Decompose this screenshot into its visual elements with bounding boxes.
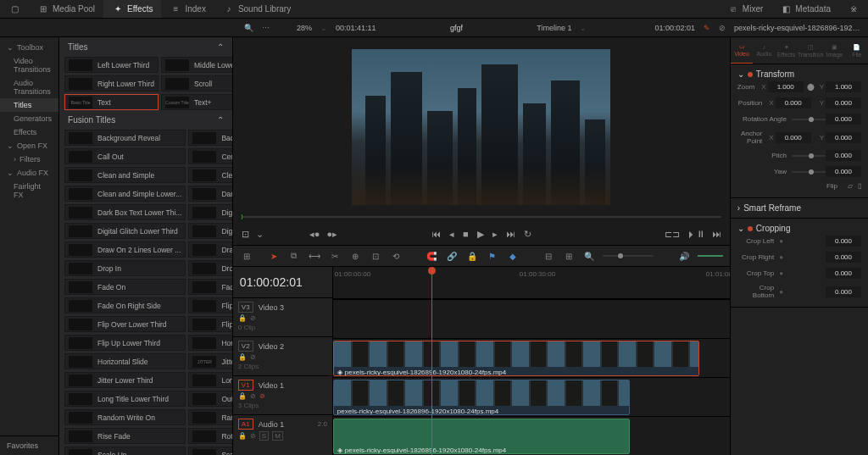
title-item[interactable]: Random Write On Lowe... xyxy=(188,409,232,425)
title-item[interactable]: Scale Up xyxy=(64,447,186,455)
marker-icon[interactable]: ◆ xyxy=(506,252,520,261)
crop-top-field[interactable]: 0.000 xyxy=(826,268,861,279)
track-header[interactable]: V2Video 2🔒⊘2 Clips xyxy=(233,336,332,375)
crop-left-field[interactable]: 0.000 xyxy=(826,236,861,247)
clip-v2[interactable]: ◈pexels-ricky-esquivel-1826896-1920x1080… xyxy=(333,341,699,376)
view2-icon[interactable]: ⊞ xyxy=(562,252,576,261)
track-tag[interactable]: V3 xyxy=(238,302,253,313)
disable-icon[interactable]: ⊘ xyxy=(250,432,256,440)
dropdown-icon[interactable]: ⌄ xyxy=(256,229,264,240)
title-item[interactable]: Left Lower Third xyxy=(64,57,159,73)
playhead[interactable] xyxy=(431,267,432,455)
overwrite-icon[interactable]: ⊡ xyxy=(369,252,382,261)
cropping-header[interactable]: Cropping xyxy=(756,224,791,233)
title-item[interactable]: Fade On xyxy=(64,279,186,295)
insp-tab-transition[interactable]: ◫Transition xyxy=(798,37,823,64)
item-video-transitions[interactable]: Video Transitions xyxy=(0,54,58,76)
insert-icon[interactable]: ⊕ xyxy=(348,252,362,261)
title-item[interactable]: Scroll xyxy=(161,75,233,92)
tab-effects[interactable]: ✦Effects xyxy=(103,0,161,18)
yaw-field[interactable]: 0.000 xyxy=(826,166,861,177)
disable-icon[interactable]: ⊘ xyxy=(250,392,256,400)
track-header[interactable]: A1Audio 12.0🔒⊘SM xyxy=(233,414,332,453)
zoom-icon[interactable]: 🔍 xyxy=(582,252,596,261)
title-item[interactable]: Dark Box Text Lower Thi... xyxy=(64,204,186,220)
zoom-y-field[interactable]: 1.000 xyxy=(826,81,861,92)
title-item[interactable]: Draw On Corners 1 Line xyxy=(188,241,232,258)
title-item[interactable]: Flip Over Lower Third xyxy=(64,316,186,332)
item-fairlight[interactable]: Fairlight FX xyxy=(0,180,58,202)
lock-icon[interactable]: 🔒 xyxy=(238,314,247,322)
pos-y-field[interactable]: 0.000 xyxy=(826,97,861,108)
transform-header[interactable]: Transform xyxy=(756,69,794,79)
first-frame-icon[interactable]: ⏮ xyxy=(431,229,441,239)
timeline-timecode[interactable]: 01:00:02:01 xyxy=(233,267,332,297)
title-item[interactable]: Outline Offset xyxy=(188,391,232,407)
title-item[interactable]: Draw On 2 Lines Lower ... xyxy=(64,241,186,258)
flag-icon[interactable]: ⚑ xyxy=(486,252,499,261)
title-item[interactable]: Fade On Lower Third xyxy=(188,279,232,295)
track-v2[interactable]: ◈pexels-ricky-esquivel-1826896-1920x1080… xyxy=(333,338,730,377)
crop-bottom-field[interactable]: 0.000 xyxy=(826,286,861,297)
tab-index[interactable]: ≡Index xyxy=(161,0,214,18)
replace-icon[interactable]: ⟲ xyxy=(389,252,403,261)
blade-tool-icon[interactable]: ✂ xyxy=(328,252,342,261)
tab-mixer[interactable]: ⎚Mixer xyxy=(719,0,771,18)
track-header[interactable]: V3Video 3🔒⊘0 Clip xyxy=(233,297,332,336)
loop-icon[interactable]: ↻ xyxy=(524,229,531,240)
volume-icon[interactable]: 🔊 xyxy=(677,252,691,261)
snap-icon[interactable]: 🧲 xyxy=(425,252,438,261)
match-frame-icon[interactable]: ⊏⊐ xyxy=(665,229,680,240)
rotation-field[interactable]: 0.000 xyxy=(826,114,861,125)
clip-v1[interactable]: pexels-ricky-esquivel-1826896-1920x1080-… xyxy=(333,380,630,415)
title-item[interactable]: Middle Lower Third xyxy=(161,57,233,73)
in-out-icon[interactable]: ⏵⏸ xyxy=(687,229,705,240)
link-icon[interactable]: ⬤ xyxy=(804,83,818,91)
track-v1[interactable]: pexels-ricky-esquivel-1826896-1920x1080-… xyxy=(333,377,730,416)
timecode-display[interactable]: 01:00:02:01 xyxy=(654,24,695,32)
solo-icon[interactable]: S xyxy=(259,431,269,441)
rotation-slider[interactable] xyxy=(792,119,826,120)
title-item[interactable]: Center Reveal xyxy=(188,148,232,164)
title-item[interactable]: Long Title xyxy=(188,372,232,388)
title-item[interactable]: Jitter Lower Third xyxy=(64,372,186,388)
title-item[interactable]: Right Lower Third xyxy=(64,75,159,92)
zoom-x-field[interactable]: 1.000 xyxy=(768,81,804,92)
insp-tab-audio[interactable]: ♪Audio xyxy=(753,37,775,64)
collapse-icon[interactable]: ⌃ xyxy=(217,42,224,52)
title-item[interactable]: Clean and Simple Lower... xyxy=(64,186,186,202)
view1-icon[interactable]: ⊟ xyxy=(542,252,555,261)
lock-icon[interactable]: 🔒 xyxy=(238,353,247,361)
item-effects[interactable]: Effects xyxy=(0,125,58,139)
item-generators[interactable]: Generators xyxy=(0,112,58,125)
next-frame-icon[interactable]: ▸ xyxy=(492,229,498,240)
track-a1[interactable]: ◈pexels-ricky-esquivel-1826896-1920x1080… xyxy=(333,416,730,455)
clip-a1[interactable]: ◈pexels-ricky-esquivel-1826896-1920x1080… xyxy=(333,419,630,454)
disable-icon[interactable]: ⊘ xyxy=(250,314,256,322)
timeline-selector[interactable]: Timeline 1 xyxy=(537,24,571,32)
insp-tab-effects[interactable]: ✦Effects xyxy=(776,37,798,64)
stop-icon[interactable]: ■ xyxy=(463,229,469,239)
reframe-header[interactable]: Smart Reframe xyxy=(743,203,801,213)
anchor-y-field[interactable]: 0.000 xyxy=(826,132,861,143)
tab-media-pool[interactable]: ⊞Media Pool xyxy=(29,0,103,18)
next-marker-icon[interactable]: ●▸ xyxy=(327,229,338,240)
crop-right-field[interactable]: 0.000 xyxy=(826,252,861,263)
title-item[interactable]: Basic TitleText xyxy=(64,94,159,110)
title-item[interactable]: Digital Glitch Lower Third xyxy=(64,223,186,239)
tab-metadata[interactable]: ◧Metadata xyxy=(771,0,839,18)
track-tag[interactable]: V2 xyxy=(238,341,253,352)
title-item[interactable]: Custom TitleText+ xyxy=(161,94,233,110)
title-item[interactable]: Flip Over xyxy=(188,297,232,314)
lock-icon[interactable]: 🔒 xyxy=(238,432,247,440)
title-item[interactable]: Digital Glitch Right Side xyxy=(188,223,232,239)
timeline-view-icon[interactable]: ⊞ xyxy=(240,252,253,261)
zoom-level[interactable]: 28% xyxy=(297,24,312,32)
track-header[interactable]: V1Video 1🔒⊘⊘3 Clips xyxy=(233,375,332,414)
collapse-icon[interactable]: ⌃ xyxy=(217,115,224,125)
title-item[interactable]: Rotate In and Out xyxy=(188,428,232,444)
transform-icon[interactable]: ⊡ xyxy=(242,229,249,240)
prev-frame-icon[interactable]: ◂ xyxy=(449,229,454,240)
title-item[interactable]: Dark Box Text xyxy=(188,186,232,202)
flip-v-icon[interactable]: ▯ xyxy=(858,182,861,190)
